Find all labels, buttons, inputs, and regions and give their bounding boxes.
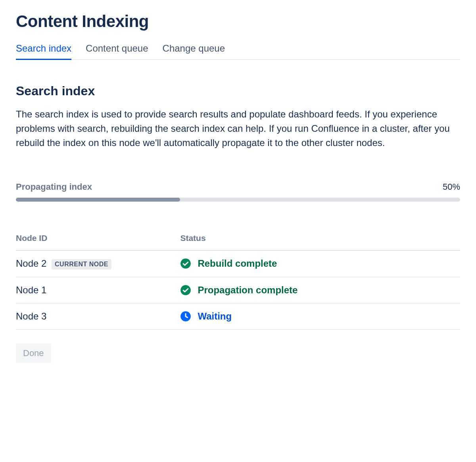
section-title: Search index (16, 84, 460, 98)
section-description: The search index is used to provide sear… (16, 107, 460, 150)
check-circle-icon (180, 258, 191, 269)
status-cell: Rebuild complete (180, 250, 460, 277)
node-id: Node 2 (16, 258, 46, 269)
node-id-cell: Node 2 CURRENT NODE (16, 250, 180, 277)
status-cell: Propagation complete (180, 277, 460, 303)
tab-change-queue[interactable]: Change queue (163, 43, 225, 60)
tab-search-index[interactable]: Search index (16, 43, 71, 60)
progress-bar (16, 198, 460, 202)
col-status: Status (180, 233, 460, 250)
progress-fill (16, 198, 180, 202)
nodes-table: Node ID Status Node 2 CURRENT NODERebuil… (16, 233, 460, 330)
clock-icon (180, 311, 191, 322)
progress-percent: 50% (443, 182, 460, 192)
check-circle-icon (180, 285, 191, 296)
page-title: Content Indexing (16, 12, 460, 31)
node-id-cell: Node 1 (16, 277, 180, 303)
node-id: Node 3 (16, 311, 46, 321)
progress-header: Propagating index 50% (16, 182, 460, 192)
node-id: Node 1 (16, 285, 46, 295)
tab-content-queue[interactable]: Content queue (86, 43, 148, 60)
progress-label: Propagating index (16, 182, 92, 192)
done-button[interactable]: Done (16, 343, 51, 363)
table-row: Node 1Propagation complete (16, 277, 460, 303)
status-cell: Waiting (180, 303, 460, 329)
tabs: Search index Content queue Change queue (16, 43, 460, 60)
status-text: Propagation complete (198, 285, 298, 296)
current-node-badge: CURRENT NODE (52, 259, 111, 270)
col-node-id: Node ID (16, 233, 180, 250)
node-id-cell: Node 3 (16, 303, 180, 329)
table-row: Node 3Waiting (16, 303, 460, 329)
table-row: Node 2 CURRENT NODERebuild complete (16, 250, 460, 277)
status-text: Rebuild complete (198, 258, 277, 269)
nodes-tbody: Node 2 CURRENT NODERebuild completeNode … (16, 250, 460, 329)
status-text: Waiting (198, 311, 232, 322)
